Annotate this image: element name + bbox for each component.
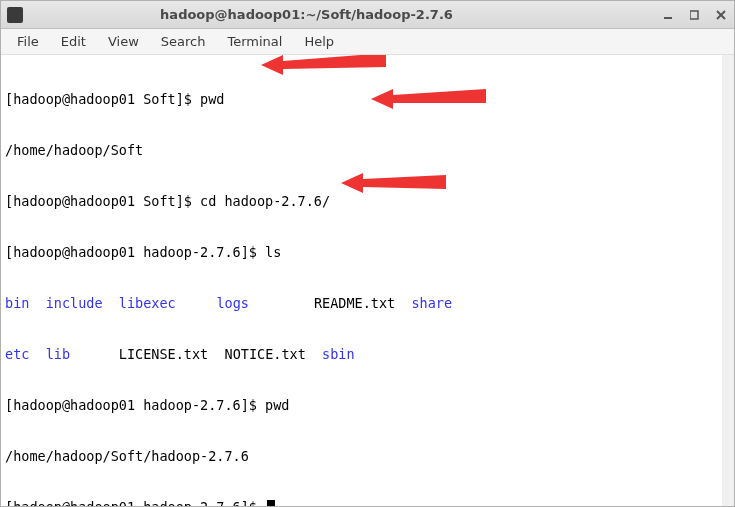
prompt: [hadoop@hadoop01 hadoop-2.7.6]$ <box>5 499 265 506</box>
prompt: [hadoop@hadoop01 Soft]$ <box>5 193 200 209</box>
menu-terminal[interactable]: Terminal <box>217 31 292 52</box>
output: /home/hadoop/Soft <box>5 142 143 158</box>
menubar: File Edit View Search Terminal Help <box>1 29 734 55</box>
ls-item-dir: etc <box>5 346 29 362</box>
window-controls <box>662 8 728 22</box>
menu-file[interactable]: File <box>7 31 49 52</box>
terminal-line: /home/hadoop/Soft/hadoop-2.7.6 <box>5 448 730 465</box>
ls-item-dir: sbin <box>322 346 355 362</box>
ls-item-file: NOTICE.txt <box>225 346 306 362</box>
ls-item-dir: libexec <box>119 295 176 311</box>
terminal-line: [hadoop@hadoop01 hadoop-2.7.6]$ pwd <box>5 397 730 414</box>
annotation-arrow-icon <box>261 55 391 79</box>
scrollbar[interactable] <box>722 55 734 506</box>
prompt: [hadoop@hadoop01 hadoop-2.7.6]$ <box>5 397 265 413</box>
ls-item-dir: bin <box>5 295 29 311</box>
terminal-line: [hadoop@hadoop01 Soft]$ pwd <box>5 91 730 108</box>
menu-search[interactable]: Search <box>151 31 216 52</box>
ls-item-dir: logs <box>216 295 249 311</box>
close-button[interactable] <box>714 8 728 22</box>
prompt: [hadoop@hadoop01 Soft]$ <box>5 91 200 107</box>
app-icon <box>7 7 23 23</box>
terminal-line: etc lib LICENSE.txt NOTICE.txt sbin <box>5 346 730 363</box>
menu-edit[interactable]: Edit <box>51 31 96 52</box>
terminal-line: [hadoop@hadoop01 hadoop-2.7.6]$ ls <box>5 244 730 261</box>
menu-view[interactable]: View <box>98 31 149 52</box>
terminal-line: /home/hadoop/Soft <box>5 142 730 159</box>
menu-help[interactable]: Help <box>294 31 344 52</box>
command: pwd <box>265 397 289 413</box>
ls-item-file: README.txt <box>314 295 395 311</box>
command: ls <box>265 244 281 260</box>
output: /home/hadoop/Soft/hadoop-2.7.6 <box>5 448 249 464</box>
command: cd hadoop-2.7.6/ <box>200 193 330 209</box>
svg-marker-6 <box>341 173 446 193</box>
ls-item-dir: lib <box>46 346 70 362</box>
terminal-line: bin include libexec logs README.txt shar… <box>5 295 730 312</box>
terminal-window: hadoop@hadoop01:~/Soft/hadoop-2.7.6 File… <box>0 0 735 507</box>
ls-item-file: LICENSE.txt <box>119 346 208 362</box>
ls-item-dir: include <box>46 295 103 311</box>
terminal-line: [hadoop@hadoop01 Soft]$ cd hadoop-2.7.6/ <box>5 193 730 210</box>
titlebar[interactable]: hadoop@hadoop01:~/Soft/hadoop-2.7.6 <box>1 1 734 29</box>
ls-item-dir: share <box>411 295 452 311</box>
svg-marker-4 <box>261 55 386 75</box>
terminal-line: [hadoop@hadoop01 hadoop-2.7.6]$ <box>5 499 730 506</box>
window-title: hadoop@hadoop01:~/Soft/hadoop-2.7.6 <box>31 7 662 22</box>
svg-rect-1 <box>690 11 698 19</box>
terminal-content[interactable]: [hadoop@hadoop01 Soft]$ pwd /home/hadoop… <box>1 55 734 506</box>
terminal-cursor <box>267 500 275 506</box>
prompt: [hadoop@hadoop01 hadoop-2.7.6]$ <box>5 244 265 260</box>
command: pwd <box>200 91 224 107</box>
minimize-button[interactable] <box>662 8 676 22</box>
maximize-button[interactable] <box>688 8 702 22</box>
